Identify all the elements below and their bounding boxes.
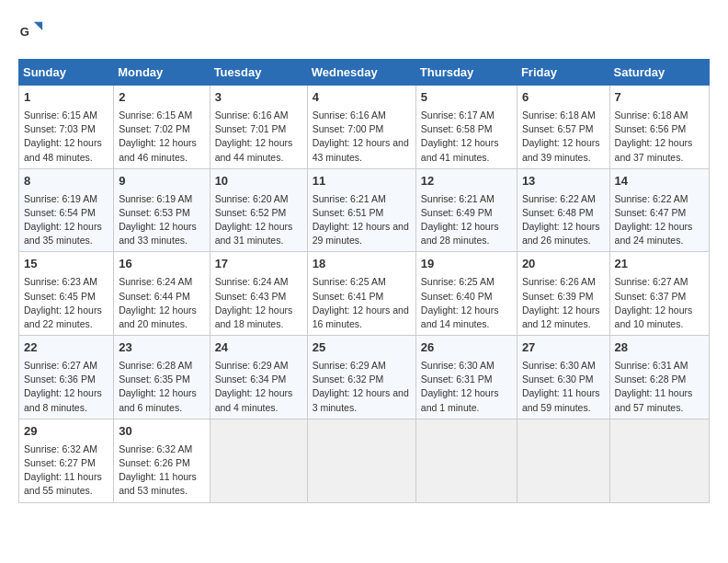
calendar-cell: 12Sunrise: 6:21 AMSunset: 6:49 PMDayligh… [415, 168, 517, 252]
calendar-cell: 7Sunrise: 6:18 AMSunset: 6:56 PMDaylight… [609, 86, 709, 169]
calendar-cell: 10Sunrise: 6:20 AMSunset: 6:52 PMDayligh… [210, 168, 307, 252]
calendar-cell [307, 419, 415, 502]
calendar-cell: 25Sunrise: 6:29 AMSunset: 6:32 PMDayligh… [307, 336, 415, 419]
calendar-cell: 20Sunrise: 6:26 AMSunset: 6:39 PMDayligh… [517, 252, 609, 336]
calendar-cell [517, 419, 609, 502]
calendar-cell: 29Sunrise: 6:32 AMSunset: 6:27 PMDayligh… [19, 419, 114, 502]
col-header-wednesday: Wednesday [307, 60, 415, 86]
col-header-tuesday: Tuesday [210, 60, 307, 86]
calendar-cell: 30Sunrise: 6:32 AMSunset: 6:26 PMDayligh… [114, 419, 210, 502]
calendar-cell: 23Sunrise: 6:28 AMSunset: 6:35 PMDayligh… [114, 336, 210, 419]
col-header-sunday: Sunday [19, 60, 114, 86]
calendar-cell [609, 419, 709, 502]
calendar-cell: 26Sunrise: 6:30 AMSunset: 6:31 PMDayligh… [415, 336, 517, 419]
calendar-cell: 16Sunrise: 6:24 AMSunset: 6:44 PMDayligh… [114, 252, 210, 336]
calendar-cell: 15Sunrise: 6:23 AMSunset: 6:45 PMDayligh… [19, 252, 114, 336]
svg-marker-1 [34, 22, 42, 30]
day-number: 23 [119, 339, 204, 357]
calendar-cell: 27Sunrise: 6:30 AMSunset: 6:30 PMDayligh… [517, 336, 609, 419]
day-number: 30 [119, 423, 204, 441]
col-header-monday: Monday [114, 60, 210, 86]
calendar-cell: 11Sunrise: 6:21 AMSunset: 6:51 PMDayligh… [307, 168, 415, 252]
col-header-saturday: Saturday [609, 60, 709, 86]
day-number: 25 [313, 339, 411, 357]
calendar-cell: 22Sunrise: 6:27 AMSunset: 6:36 PMDayligh… [19, 336, 114, 419]
calendar-cell: 13Sunrise: 6:22 AMSunset: 6:48 PMDayligh… [517, 168, 609, 252]
day-number: 12 [421, 173, 512, 190]
calendar-cell [415, 419, 517, 502]
day-number: 2 [119, 89, 204, 107]
day-number: 11 [313, 173, 411, 190]
calendar-table: SundayMondayTuesdayWednesdayThursdayFrid… [18, 59, 710, 503]
calendar-row: 15Sunrise: 6:23 AMSunset: 6:45 PMDayligh… [19, 252, 710, 336]
calendar-row: 1Sunrise: 6:15 AMSunset: 7:03 PMDaylight… [19, 86, 710, 169]
calendar-cell: 4Sunrise: 6:16 AMSunset: 7:00 PMDaylight… [307, 86, 415, 169]
calendar-cell: 24Sunrise: 6:29 AMSunset: 6:34 PMDayligh… [210, 336, 307, 419]
day-number: 24 [215, 339, 302, 357]
calendar-cell: 28Sunrise: 6:31 AMSunset: 6:28 PMDayligh… [609, 336, 709, 419]
day-number: 19 [421, 256, 512, 273]
calendar-cell: 19Sunrise: 6:25 AMSunset: 6:40 PMDayligh… [415, 252, 517, 336]
day-number: 29 [24, 423, 108, 441]
col-header-thursday: Thursday [415, 60, 517, 86]
day-number: 5 [421, 89, 512, 107]
calendar-cell: 1Sunrise: 6:15 AMSunset: 7:03 PMDaylight… [19, 86, 114, 169]
calendar-row: 8Sunrise: 6:19 AMSunset: 6:54 PMDaylight… [19, 168, 710, 252]
day-number: 10 [215, 173, 302, 190]
day-number: 1 [24, 89, 108, 107]
calendar-cell [210, 419, 307, 502]
day-number: 16 [119, 256, 204, 273]
day-number: 27 [522, 339, 605, 357]
day-number: 4 [313, 89, 411, 107]
svg-text:G: G [20, 25, 29, 39]
calendar-row: 29Sunrise: 6:32 AMSunset: 6:27 PMDayligh… [19, 419, 710, 502]
day-number: 3 [215, 89, 302, 107]
day-number: 9 [119, 173, 204, 190]
day-number: 15 [24, 256, 108, 273]
calendar-cell: 5Sunrise: 6:17 AMSunset: 6:58 PMDaylight… [415, 86, 517, 169]
calendar-cell: 2Sunrise: 6:15 AMSunset: 7:02 PMDaylight… [114, 86, 210, 169]
day-number: 21 [615, 256, 704, 273]
day-number: 14 [615, 173, 704, 190]
calendar-cell: 18Sunrise: 6:25 AMSunset: 6:41 PMDayligh… [307, 252, 415, 336]
day-number: 20 [522, 256, 605, 273]
logo-icon: G [18, 18, 44, 44]
page-header: G [18, 18, 710, 44]
calendar-cell: 21Sunrise: 6:27 AMSunset: 6:37 PMDayligh… [609, 252, 709, 336]
day-number: 22 [24, 339, 108, 357]
day-number: 8 [24, 173, 108, 190]
calendar-cell: 17Sunrise: 6:24 AMSunset: 6:43 PMDayligh… [210, 252, 307, 336]
calendar-cell: 8Sunrise: 6:19 AMSunset: 6:54 PMDaylight… [19, 168, 114, 252]
logo: G [18, 18, 51, 44]
calendar-row: 22Sunrise: 6:27 AMSunset: 6:36 PMDayligh… [19, 336, 710, 419]
day-number: 28 [615, 339, 704, 357]
day-number: 7 [615, 89, 704, 107]
calendar-cell: 14Sunrise: 6:22 AMSunset: 6:47 PMDayligh… [609, 168, 709, 252]
calendar-cell: 9Sunrise: 6:19 AMSunset: 6:53 PMDaylight… [114, 168, 210, 252]
day-number: 26 [421, 339, 512, 357]
day-number: 17 [215, 256, 302, 273]
calendar-cell: 6Sunrise: 6:18 AMSunset: 6:57 PMDaylight… [517, 86, 609, 169]
day-number: 6 [522, 89, 605, 107]
day-number: 13 [522, 173, 605, 190]
col-header-friday: Friday [517, 60, 609, 86]
calendar-cell: 3Sunrise: 6:16 AMSunset: 7:01 PMDaylight… [210, 86, 307, 169]
day-number: 18 [313, 256, 411, 273]
